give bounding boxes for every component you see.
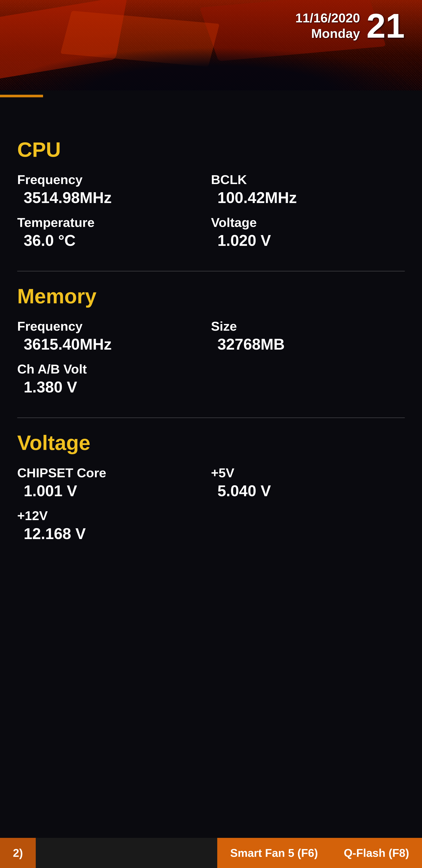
bottom-toolbar: 2) Smart Fan 5 (F6) Q-Flash (F8) [0,838,422,868]
cpu-bclk-label: BCLK [211,172,405,187]
plus12v-label: +12V [17,508,211,523]
memory-size-item: Size 32768MB [211,319,405,353]
toolbar-smartfan-label: Smart Fan 5 (F6) [230,846,318,859]
toolbar-item-qflash[interactable]: Q-Flash (F8) [331,838,422,868]
voltage-section: Voltage CHIPSET Core 1.001 V +5V 5.040 V… [17,431,405,551]
cpu-temperature-value: 36.0 °C [17,231,211,249]
chipset-core-value: 1.001 V [17,482,211,500]
chipset-core-item: CHIPSET Core 1.001 V [17,465,211,500]
cpu-temperature-label: Temperature [17,215,211,230]
plus5v-value: 5.040 V [211,482,405,500]
plus5v-label: +5V [211,465,405,480]
cpu-voltage-item: Voltage 1.020 V [211,215,405,249]
date-value: 11/16/2020 [295,11,360,25]
memory-volt-label: Ch A/B Volt [17,362,211,376]
main-content: CPU Frequency 3514.98MHz BCLK 100.42MHz … [0,103,422,572]
toolbar-qflash-label: Q-Flash (F8) [344,846,409,859]
cpu-bclk-item: BCLK 100.42MHz [211,172,405,207]
plus5v-item: +5V 5.040 V [211,465,405,500]
memory-volt-item: Ch A/B Volt 1.380 V [17,362,211,396]
memory-size-label: Size [211,319,405,334]
voltage-data-grid: CHIPSET Core 1.001 V +5V 5.040 V +12V 12… [17,465,405,551]
cpu-section-title: CPU [17,138,405,161]
memory-frequency-value: 3615.40MHz [17,335,211,353]
divider-1 [17,271,405,272]
memory-section: Memory Frequency 3615.40MHz Size 32768MB… [17,284,405,404]
memory-frequency-label: Frequency [17,319,211,334]
toolbar-f2-label: 2) [13,846,23,859]
cpu-voltage-value: 1.020 V [211,231,405,249]
memory-size-value: 32768MB [211,335,405,353]
memory-frequency-item: Frequency 3615.40MHz [17,319,211,353]
memory-volt-value: 1.380 V [17,378,211,396]
divider-2 [17,417,405,418]
top-banner: 11/16/2020 Monday 21 [0,0,422,90]
cpu-frequency-label: Frequency [17,172,211,187]
memory-data-grid: Frequency 3615.40MHz Size 32768MB Ch A/B… [17,319,405,404]
date-info: 11/16/2020 Monday [295,10,360,41]
chipset-core-label: CHIPSET Core [17,465,211,480]
day-value: Monday [311,26,360,41]
memory-section-title: Memory [17,284,405,308]
cpu-data-grid: Frequency 3514.98MHz BCLK 100.42MHz Temp… [17,172,405,258]
datetime-area: 11/16/2020 Monday 21 [295,9,405,43]
accent-line [0,95,43,97]
plus12v-item: +12V 12.168 V [17,508,211,542]
toolbar-item-f2[interactable]: 2) [0,838,36,868]
plus12v-value: 12.168 V [17,525,211,542]
toolbar-item-smartfan[interactable]: Smart Fan 5 (F6) [217,838,331,868]
cpu-frequency-value: 3514.98MHz [17,189,211,207]
cpu-frequency-item: Frequency 3514.98MHz [17,172,211,207]
day-number-display: 21 [366,9,405,43]
date-display: 11/16/2020 Monday [295,10,360,41]
cpu-temperature-item: Temperature 36.0 °C [17,215,211,249]
cpu-voltage-label: Voltage [211,215,405,230]
voltage-section-title: Voltage [17,431,405,455]
cpu-section: CPU Frequency 3514.98MHz BCLK 100.42MHz … [17,112,405,258]
cpu-bclk-value: 100.42MHz [211,189,405,207]
